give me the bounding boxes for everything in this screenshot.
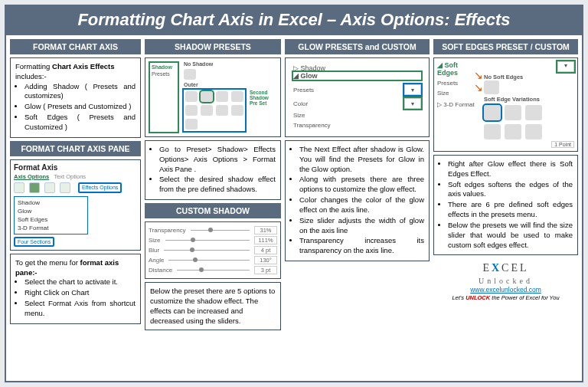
columns: FORMAT CHART AXIS Formatting Chart Axis … [6,35,582,381]
pane-item: 3-D Format [18,224,84,232]
header-custom-shadow: CUSTOM SHADOW [145,203,281,218]
slider-icon [191,230,250,231]
list-item: Select Format Axis from shortcut menu. [24,299,136,319]
label-shadow: Shadow [152,64,176,70]
pane-item: Shadow [18,198,84,207]
fill-icon [14,182,24,193]
list-item: Adding Shadow ( Presets and customizes) [24,82,136,102]
slider-value: 4 pt [254,246,277,254]
glow-row-label: Transparency [293,122,331,129]
slider-label: Transparency [149,227,186,234]
logo-block: EXCEL Unlocked www.excelunlocked.com Let… [433,258,578,304]
slider-icon [164,250,250,251]
glow-row-label: Color [293,100,308,107]
size-props-icon [44,182,55,193]
presets-dropdown-icon: ▾ [557,61,574,72]
header-shadow-presets: SHADOW PRESETS [145,39,281,54]
shadow-presets-screenshot: Shadow Presets No Shadow Outer Second [145,57,281,137]
list-item: Right Click on Chart [24,288,136,298]
box-shadow-steps: Go to Preset> Shadow> Effects Options> A… [145,140,281,200]
slider-value: 111% [254,236,277,244]
list-item: Transparency increases its transparency … [299,236,424,256]
custom-shadow-screenshot: Transparency31% Size111% Blur4 pt Angle1… [145,221,281,279]
box-soft-edges-text: Right after Glow effect there is Soft Ed… [433,155,578,255]
label-1-point: 1 Point [551,141,574,148]
col-shadow: SHADOW PRESETS Shadow Presets No Shadow … [145,39,281,377]
box-pane-instructions: To get the menu for format axis pane:- S… [10,254,141,324]
label-presets: Presets [437,80,479,87]
list-item: Color changes the color of the glow effe… [299,195,424,215]
arrow-icon: ↘ [474,81,483,93]
list-item: Go to Preset> Shadow> Effects Options> A… [159,145,276,174]
header-soft-edges: SOFT EDGES PRESET / CUSTOM [433,39,578,54]
label-glow: Glow [301,72,318,80]
tab-text-options: Text Options [54,173,86,180]
box-glow-text: The Next Effect after shadow is Glow. Yo… [285,140,430,261]
callout-effects-options: Effects Options [78,182,122,193]
logo-line1: EXCEL [436,261,575,275]
label-no-soft-edges: No Soft Edges [484,74,574,80]
slider-icon [168,260,250,261]
arrow-icon: ↘ [474,69,483,81]
pane-item: Soft Edges [18,215,84,224]
list-item: Below the presets we will find the size … [448,221,573,250]
box-custom-shadow-text: Below the preset there are 5 options to … [145,282,281,330]
label-outer: Outer [184,82,245,87]
callout-four-sections: Four Sections [14,237,54,247]
page-title: Formatting Chart Axis in Excel – Axis Op… [6,6,582,35]
slider-value: 3 pt [254,266,277,274]
effects-icon [29,182,40,193]
logo-tagline: Let's UNLOCK the Power of Excel for You [436,294,575,302]
tab-axis-options: Axis Options [14,173,49,180]
header-format-chart-axis: FORMAT CHART AXIS [10,39,141,54]
slider-label: Distance [149,267,172,274]
glow-row-label: Size [293,112,305,119]
list-item: Soft Edges ( Presets and Customized ) [24,113,136,133]
list-item: Along with presets there are three optio… [299,175,424,195]
list-item: The Next Effect after shadow is Glow. Yo… [299,145,424,174]
color-picker-icon: ▾ [404,98,421,109]
label-variations: Soft Edge Variations [484,96,574,103]
logo-link[interactable]: www.excelunlocked.com [470,286,541,294]
box-effects-list: Formatting Chart Axis Effects includes:-… [10,57,141,138]
label-3d-format: 3-D Format [443,101,474,108]
presets-dropdown-icon: ▾ [404,84,421,95]
list-item: There are 6 pre defined soft edges effec… [448,200,573,220]
soft-edges-screenshot: ◢ Soft Edges Presets Size ▷ 3-D Format ↘… [433,57,578,152]
logo-line2: Unlocked [436,276,575,286]
label-soft-edges: Soft Edges [437,61,458,77]
intro-text: To get the menu for format axis pane:- [15,258,136,278]
label-no-shadow: No Shadow [184,61,245,67]
slider-value: 130° [254,256,277,264]
list-item: Select the desired shadow effect from th… [159,175,276,195]
col-format-chart-axis: FORMAT CHART AXIS Formatting Chart Axis … [10,39,141,377]
pane-title: Format Axis [14,163,137,172]
slider-value: 31% [254,226,277,234]
header-format-axis-pane: FORMAT CHART AXIS PANE [10,141,141,156]
slider-label: Size [149,237,161,244]
header-glow: GLOW PRESETS and CUSTOM [285,39,430,54]
label-shadow: Shadow [301,64,326,72]
list-item: Right after Glow effect there is Soft Ed… [448,159,573,179]
list-item: Size slider adjusts the width of glow on… [299,216,424,236]
slider-icon [177,270,250,271]
callout-second-preset: Second Shadow Pre Set [250,90,277,106]
glow-row-label: Presets [293,87,314,93]
slider-label: Blur [149,247,159,254]
pane-item: Glow [18,207,84,215]
text: Below the preset there are 5 options to … [150,287,275,324]
page: Formatting Chart Axis in Excel – Axis Op… [5,5,583,382]
format-axis-pane-screenshot: Format Axis Axis Options Text Options Ef… [10,159,141,251]
label-presets: Presets [152,71,176,77]
intro-text: Formatting Chart Axis Effects includes:- [15,62,136,82]
col-glow: GLOW PRESETS and CUSTOM ▷ Shadow ◢ Glow … [285,39,430,377]
label-size: Size [437,90,479,97]
list-item: Glow ( Presets and Customized ) [24,102,136,112]
col-soft-edges: SOFT EDGES PRESET / CUSTOM ◢ Soft Edges … [433,39,578,377]
axis-icon [60,182,70,193]
list-item: Select the chart to activate it. [24,277,136,287]
glow-pane-screenshot: ▷ Shadow ◢ Glow Presets▾ Color▾ Size Tra… [285,57,430,137]
slider-icon [165,240,250,241]
slider-label: Angle [149,257,164,264]
list-item: Soft edges softens the edges of the axis… [448,180,573,200]
